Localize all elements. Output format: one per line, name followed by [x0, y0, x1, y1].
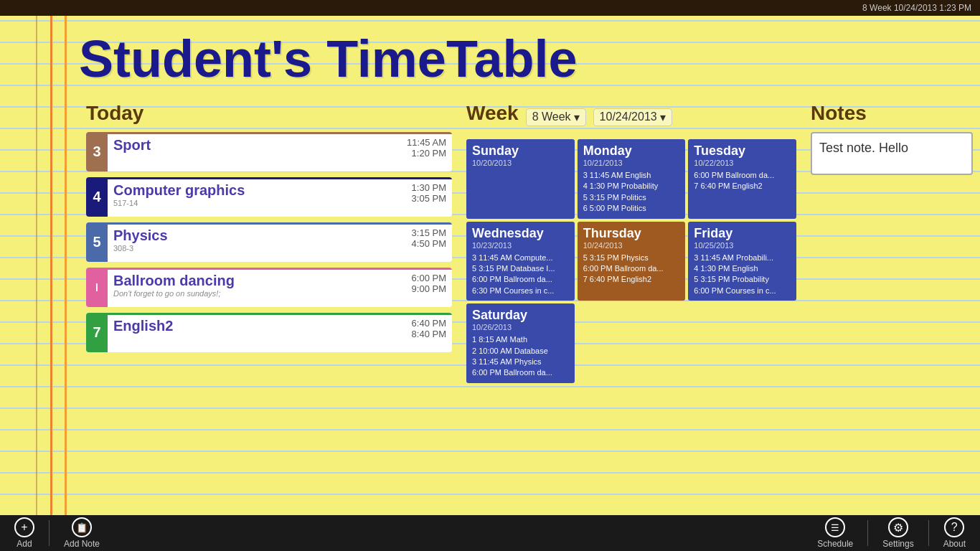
class-name-physics: Physics [113, 227, 446, 244]
add-icon: + [14, 517, 34, 537]
day-events-wednesday: 3 11:45 AM Compute... 5 3:15 PM Database… [472, 253, 569, 297]
schedule-icon: ☰ [825, 517, 845, 537]
day-date-tuesday: 10/22/2013 [694, 159, 791, 167]
add-note-icon: 📋 [72, 517, 92, 537]
class-num-7: 7 [86, 313, 108, 352]
day-sunday[interactable]: Sunday 10/20/2013 [466, 139, 575, 219]
about-icon: ? [944, 517, 964, 537]
today-title: Today [86, 102, 452, 125]
class-room-physics: 308-3 [113, 244, 446, 253]
class-item-ballroom[interactable]: l Ballroom dancing Don't forget to go on… [86, 268, 452, 307]
week-title: Week [466, 102, 519, 125]
class-room-cg: 517-14 [113, 199, 446, 207]
notes-title: Notes [811, 102, 973, 125]
class-times-english2: 6:40 PM 8:40 PM [412, 318, 446, 339]
day-saturday[interactable]: Saturday 10/26/2013 1 8:15 AM Math 2 10:… [466, 303, 575, 383]
date-selector[interactable]: 10/24/2013 ▾ [593, 108, 672, 126]
day-events-monday: 3 11:45 AM English 4 1:30 PM Probability… [583, 170, 680, 215]
header: Student's TimeTable [79, 16, 980, 102]
class-body-ballroom: Ballroom dancing Don't forget to go on s… [108, 268, 452, 307]
day-events-tuesday: 6:00 PM Ballroom da... 7 6:40 PM English… [694, 170, 791, 192]
day-date-friday: 10/25/2013 [694, 241, 791, 250]
day-name-wednesday: Wednesday [472, 226, 569, 241]
day-events-friday: 3 11:45 AM Probabili... 4 1:30 PM Englis… [694, 253, 791, 297]
settings-button[interactable]: ⚙ Settings [868, 515, 928, 551]
day-name-friday: Friday [694, 226, 791, 241]
week-header: Week 8 Week ▾ 10/24/2013 ▾ [466, 102, 796, 132]
day-thursday[interactable]: Thursday 10/24/2013 5 3:15 PM Physics 6:… [578, 222, 686, 301]
datetime-display: 8 Week 10/24/2013 1:23 PM [862, 3, 971, 13]
class-name-sport: Sport [113, 137, 446, 154]
class-num-3: 3 [86, 132, 108, 171]
class-num-ballroom: l [86, 268, 108, 307]
chevron-down-icon-date: ▾ [660, 110, 666, 124]
day-wednesday[interactable]: Wednesday 10/23/2013 3 11:45 AM Compute.… [466, 222, 575, 301]
week-section: Week 8 Week ▾ 10/24/2013 ▾ Sunday 10/20/… [459, 102, 804, 515]
about-button[interactable]: ? About [929, 515, 980, 551]
about-label: About [943, 539, 966, 549]
bottom-bar: + Add 📋 Add Note ☰ Schedule ⚙ Settings ?… [0, 515, 980, 551]
day-name-sunday: Sunday [472, 143, 569, 159]
class-name-english2: English2 [113, 318, 446, 334]
class-times-physics: 3:15 PM 4:50 PM [412, 227, 446, 249]
settings-label: Settings [882, 539, 913, 549]
class-body-physics: Physics 308-3 3:15 PM 4:50 PM [108, 222, 452, 262]
class-body-english2: English2 6:40 PM 8:40 PM [108, 313, 452, 352]
day-name-saturday: Saturday [472, 308, 569, 323]
notes-section: Notes Test note. Hello [804, 102, 980, 515]
class-times-sport: 11:45 AM 1:20 PM [407, 137, 446, 159]
class-num-4: 4 [86, 177, 108, 217]
day-friday[interactable]: Friday 10/25/2013 3 11:45 AM Probabili..… [688, 222, 796, 301]
class-times-ballroom: 6:00 PM 9:00 PM [412, 273, 446, 294]
settings-icon: ⚙ [888, 517, 908, 537]
day-name-thursday: Thursday [583, 226, 680, 241]
add-label: Add [17, 539, 32, 549]
top-bar: 8 Week 10/24/2013 1:23 PM [0, 0, 980, 16]
class-note-ballroom: Don't forget to go on sundays!; [113, 289, 446, 298]
content-area: Today 3 Sport 11:45 AM 1:20 PM 4 Compute… [79, 102, 980, 515]
class-name-ballroom: Ballroom dancing [113, 273, 446, 289]
today-section: Today 3 Sport 11:45 AM 1:20 PM 4 Compute… [79, 102, 459, 515]
class-name-cg: Computer graphics [113, 182, 446, 199]
schedule-button[interactable]: ☰ Schedule [803, 515, 867, 551]
day-tuesday[interactable]: Tuesday 10/22/2013 6:00 PM Ballroom da..… [688, 139, 796, 219]
schedule-label: Schedule [817, 539, 853, 549]
week-selector[interactable]: 8 Week ▾ [526, 108, 586, 126]
class-times-cg: 1:30 PM 3:05 PM [412, 182, 446, 204]
day-events-saturday: 1 8:15 AM Math 2 10:00 AM Database 3 11:… [472, 334, 569, 379]
add-note-button[interactable]: 📋 Add Note [50, 515, 114, 551]
class-item-english2[interactable]: 7 English2 6:40 PM 8:40 PM [86, 313, 452, 352]
app-title: Student's TimeTable [79, 29, 578, 88]
class-item-physics[interactable]: 5 Physics 308-3 3:15 PM 4:50 PM [86, 222, 452, 262]
add-note-label: Add Note [64, 539, 100, 549]
day-monday[interactable]: Monday 10/21/2013 3 11:45 AM English 4 1… [578, 139, 686, 219]
class-num-5: 5 [86, 222, 108, 262]
day-date-wednesday: 10/23/2013 [472, 241, 569, 250]
week-grid: Sunday 10/20/2013 Monday 10/21/2013 3 11… [466, 139, 796, 383]
class-item-cg[interactable]: 4 Computer graphics 517-14 1:30 PM 3:05 … [86, 177, 452, 217]
chevron-down-icon: ▾ [574, 110, 580, 124]
day-date-sunday: 10/20/2013 [472, 159, 569, 167]
add-button[interactable]: + Add [0, 515, 49, 551]
class-body-sport: Sport 11:45 AM 1:20 PM [108, 132, 452, 171]
day-date-saturday: 10/26/2013 [472, 323, 569, 331]
day-events-thursday: 5 3:15 PM Physics 6:00 PM Ballroom da...… [583, 253, 680, 286]
day-date-thursday: 10/24/2013 [583, 241, 680, 250]
note-card[interactable]: Test note. Hello [811, 132, 973, 175]
day-name-tuesday: Tuesday [694, 143, 791, 159]
day-date-monday: 10/21/2013 [583, 159, 680, 167]
class-body-cg: Computer graphics 517-14 1:30 PM 3:05 PM [108, 177, 452, 217]
day-name-monday: Monday [583, 143, 680, 159]
class-item-sport[interactable]: 3 Sport 11:45 AM 1:20 PM [86, 132, 452, 171]
